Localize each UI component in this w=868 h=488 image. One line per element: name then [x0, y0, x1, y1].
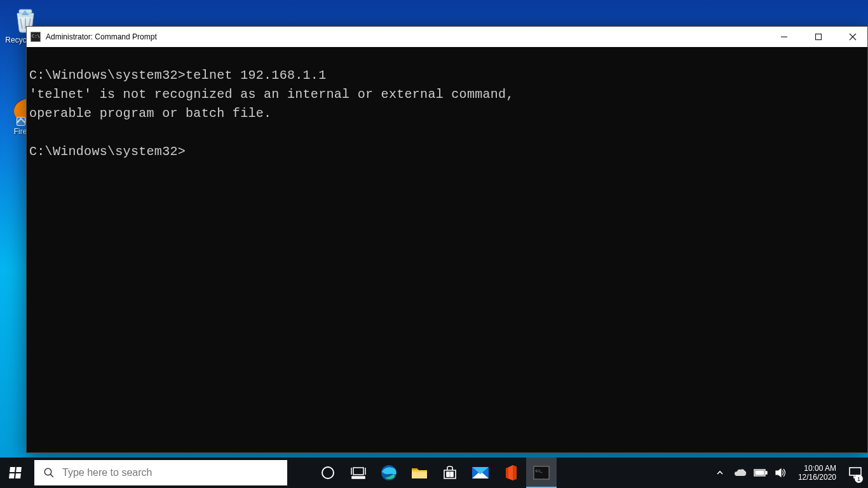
minimize-button[interactable] — [770, 27, 799, 47]
taskbar-mail[interactable] — [465, 458, 496, 488]
chevron-up-icon — [716, 469, 724, 477]
terminal-icon: C:\_ — [533, 466, 550, 480]
svg-rect-15 — [447, 472, 449, 474]
terminal-output[interactable]: C:\Windows\system32>telnet 192.168.1.1 '… — [27, 47, 867, 452]
maximize-button[interactable] — [804, 27, 833, 47]
edge-icon — [380, 464, 398, 482]
svg-point-8 — [322, 467, 334, 478]
svg-rect-24 — [756, 471, 764, 475]
tray-overflow[interactable] — [713, 458, 727, 488]
taskbar-office[interactable] — [496, 458, 526, 488]
taskbar-store[interactable] — [435, 458, 465, 488]
notification-badge: 1 — [855, 475, 863, 483]
cmd-window: Administrator: Command Prompt C:\Windows… — [26, 26, 868, 453]
taskbar-cmd[interactable]: C:\_ — [526, 458, 557, 488]
tray-action-center[interactable]: 1 — [846, 458, 864, 488]
system-tray: 10:00 AM 12/16/2020 1 — [713, 458, 868, 488]
tray-onedrive[interactable] — [733, 458, 747, 488]
task-view-icon — [351, 466, 366, 479]
terminal-line: C:\Windows\system32> — [29, 144, 186, 159]
window-title: Administrator: Command Prompt — [46, 32, 157, 41]
search-icon — [43, 467, 55, 478]
taskbar-edge[interactable] — [374, 458, 404, 488]
speaker-icon — [775, 468, 787, 478]
windows-logo-icon — [9, 467, 22, 478]
tray-time: 10:00 AM — [798, 464, 836, 473]
svg-rect-3 — [816, 34, 822, 40]
svg-rect-20 — [534, 466, 549, 479]
tray-date: 12/16/2020 — [798, 473, 836, 482]
svg-text:C:\_: C:\_ — [536, 469, 543, 473]
cmd-icon — [31, 32, 41, 42]
cloud-icon — [734, 468, 747, 477]
desktop[interactable]: Recycle Bin Firefox Administrator: Comma… — [0, 0, 868, 488]
terminal-line: operable program or batch file. — [29, 106, 271, 121]
terminal-line: C:\Windows\system32>telnet 192.168.1.1 — [29, 68, 326, 83]
start-button[interactable] — [0, 458, 31, 488]
svg-rect-23 — [766, 471, 767, 474]
search-placeholder: Type here to search — [62, 467, 152, 478]
taskbar-search[interactable]: Type here to search — [34, 460, 287, 485]
svg-rect-14 — [412, 472, 427, 478]
tray-clock[interactable]: 10:00 AM 12/16/2020 — [794, 464, 840, 482]
svg-rect-17 — [447, 475, 449, 477]
cortana-icon — [321, 466, 335, 480]
svg-rect-12 — [352, 477, 365, 478]
taskbar: Type here to search — [0, 458, 868, 488]
svg-rect-9 — [353, 468, 363, 475]
shortcut-arrow-icon — [17, 117, 25, 126]
mail-icon — [471, 466, 490, 480]
tray-battery[interactable] — [754, 458, 768, 488]
svg-rect-18 — [451, 475, 453, 477]
tray-volume[interactable] — [774, 458, 788, 488]
taskbar-taskview[interactable] — [343, 458, 374, 488]
taskbar-file-explorer[interactable] — [404, 458, 435, 488]
store-icon — [442, 464, 458, 481]
taskbar-cortana[interactable] — [313, 458, 343, 488]
battery-icon — [754, 469, 768, 477]
close-button[interactable] — [838, 27, 867, 47]
svg-line-7 — [50, 474, 53, 477]
office-icon — [504, 464, 518, 481]
terminal-line: 'telnet' is not recognized as an interna… — [29, 87, 514, 102]
folder-icon — [410, 465, 428, 480]
svg-rect-16 — [451, 472, 453, 474]
titlebar[interactable]: Administrator: Command Prompt — [27, 27, 867, 47]
svg-point-6 — [44, 468, 51, 475]
